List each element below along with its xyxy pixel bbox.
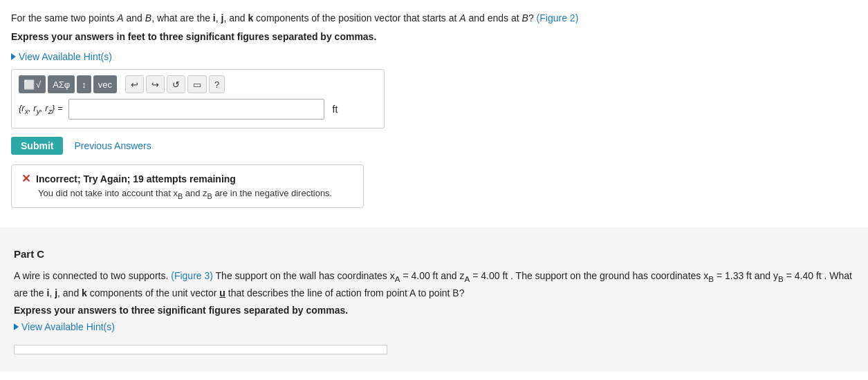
rx-sub: x [25, 107, 28, 115]
feedback-title: Incorrect; Try Again; 19 attempts remain… [36, 173, 236, 184]
partc-hints-label: View Available Hint(s) [21, 321, 115, 332]
zA-subscript: A [465, 274, 470, 283]
math-toolbar: ⬜ √ ΑΣφ ↕ vec ↩ ↪ ↺ ▭ [19, 75, 377, 93]
partc-view-hints-link[interactable]: View Available Hint(s) [14, 321, 854, 332]
q-rest: components of the position vector that s… [253, 12, 459, 23]
submit-button[interactable]: Submit [11, 137, 63, 155]
action-row: Submit Previous Answers [11, 137, 854, 155]
help-icon: ? [214, 79, 219, 90]
point-a: A [117, 12, 123, 23]
math-arrows-icon: ↕ [82, 79, 86, 90]
xB-subscript: B [708, 274, 714, 283]
part-c-label: Part C [14, 248, 854, 260]
feedback-box: ✕ Incorrect; Try Again; 19 attempts rema… [11, 164, 364, 208]
hints-triangle-icon [11, 53, 16, 60]
point-b-2: B [522, 12, 528, 23]
partc-q-start: A wire is connected to two supports. [14, 270, 171, 281]
input-label: {rx, ry, rz} = [19, 103, 63, 115]
math-sqrt-icon: ⬜ [24, 79, 35, 90]
math-btn-sqrt[interactable]: ⬜ √ [19, 75, 46, 93]
partc-express-label: Express your answers to three significan… [14, 305, 854, 316]
previous-answers-link[interactable]: Previous Answers [74, 140, 151, 151]
redo-button[interactable]: ↪ [146, 75, 165, 93]
figure-2-link[interactable]: (Figure 2) [537, 12, 579, 23]
point-a-2: A [459, 12, 465, 23]
question-text: For the same two points A and B, what ar… [11, 11, 854, 26]
keyboard-button[interactable]: ▭ [187, 75, 207, 93]
undo-button[interactable]: ↩ [125, 75, 144, 93]
xA-subscript: A [395, 274, 400, 283]
refresh-button[interactable]: ↺ [167, 75, 185, 93]
help-button[interactable]: ? [209, 75, 225, 93]
keyboard-icon: ▭ [193, 79, 201, 90]
ry-sub: y [37, 107, 40, 115]
q-main: , what are the [151, 12, 213, 23]
answer-row: {rx, ry, rz} = ft [19, 99, 377, 120]
incorrect-icon: ✕ [21, 172, 30, 185]
feedback-body: You did not take into account that xB an… [38, 188, 353, 200]
answer-input-field[interactable] [68, 99, 324, 120]
math-sqrt-symbol: √ [36, 79, 41, 90]
part-c-question: A wire is connected to two supports. (Fi… [14, 268, 854, 301]
math-vec-label: vec [98, 79, 112, 90]
figure-3-link[interactable]: (Figure 3) [171, 270, 213, 281]
part-c-section: Part C A wire is connected to two suppor… [0, 227, 868, 372]
i-comp-c: i [46, 287, 49, 298]
refresh-icon: ↺ [172, 79, 180, 90]
redo-icon: ↪ [151, 79, 159, 90]
math-symbols-label: ΑΣφ [53, 79, 70, 90]
k-comp-c: k [82, 287, 87, 298]
xB-sub-feedback: B [178, 192, 183, 200]
j-comp-c: j [55, 287, 57, 298]
math-btn-arrows[interactable]: ↕ [77, 75, 91, 93]
rz-sub: z [48, 107, 52, 115]
math-btn-vec[interactable]: vec [93, 75, 117, 93]
feedback-header: ✕ Incorrect; Try Again; 19 attempts rema… [21, 172, 353, 185]
express-instruction: Express your answers in feet to three si… [11, 30, 854, 44]
hints-label: View Available Hint(s) [19, 51, 112, 62]
point-b-intro: B [145, 12, 151, 23]
unit-label: ft [333, 104, 338, 115]
math-btn-symbols[interactable]: ΑΣφ [48, 75, 75, 93]
view-hints-link[interactable]: View Available Hint(s) [11, 51, 854, 62]
zB-sub-feedback: B [207, 192, 212, 200]
j-component: j [221, 12, 224, 23]
q-and: and [124, 12, 145, 23]
partc-input-container [14, 345, 387, 354]
i-component: i [213, 12, 216, 23]
yB-subscript: B [778, 274, 784, 283]
q-intro: For the same two points [11, 12, 117, 23]
answer-input-container: ⬜ √ ΑΣφ ↕ vec ↩ ↪ ↺ ▭ [11, 69, 385, 129]
undo-icon: ↩ [131, 79, 138, 90]
partc-hints-triangle-icon [14, 323, 19, 330]
u-vec-label: u [219, 287, 225, 298]
